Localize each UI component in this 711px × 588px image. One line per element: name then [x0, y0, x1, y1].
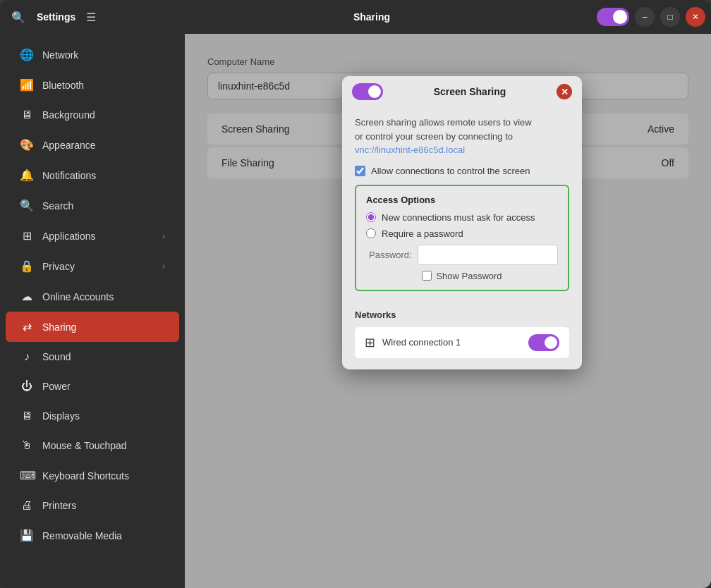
dialog-toggle[interactable]: [352, 83, 383, 100]
menu-button[interactable]: ☰: [78, 4, 104, 30]
sidebar-label-privacy: Privacy: [42, 261, 75, 272]
sidebar-label-applications: Applications: [42, 231, 96, 242]
show-password-label: Show Password: [436, 271, 502, 281]
sidebar-label-sharing: Sharing: [42, 321, 76, 333]
sidebar-label-network: Network: [42, 49, 78, 61]
radio-password-label: Require a password: [382, 228, 463, 239]
sidebar-label-power: Power: [42, 381, 71, 392]
dialog-close-button[interactable]: ✕: [557, 84, 572, 99]
sidebar-label-appearance: Appearance: [42, 140, 96, 151]
toggle-knob: [613, 10, 627, 24]
sidebar-item-power[interactable]: ⏻ Power: [6, 372, 179, 401]
sidebar-label-background: Background: [42, 109, 95, 121]
network-name: Wired connection 1: [382, 337, 521, 348]
sidebar-label-removable-media: Removable Media: [42, 530, 122, 541]
dialog-description: Screen sharing allows remote users to vi…: [355, 116, 569, 157]
panel-title: Sharing: [147, 11, 597, 23]
networks-section: Networks ⊞ Wired connection 1: [342, 310, 582, 369]
mouse-icon: 🖱: [20, 439, 34, 452]
password-row: Password:: [366, 245, 558, 265]
arrow-container: [579, 244, 582, 265]
sidebar-label-online-accounts: Online Accounts: [42, 291, 114, 302]
network-row: ⊞ Wired connection 1: [355, 327, 569, 358]
chevron-right-icon: ›: [162, 262, 165, 271]
sharing-global-toggle[interactable]: [597, 8, 629, 26]
sidebar-item-online-accounts[interactable]: ☁ Online Accounts: [6, 281, 179, 312]
main-window: 🔍 Settings ☰ Sharing – □ ✕ 🌐 Network 📶 B: [0, 0, 711, 588]
dialog-titlebar: Screen Sharing ✕: [342, 76, 582, 107]
privacy-icon: 🔒: [20, 259, 34, 273]
keyboard-icon: ⌨: [20, 469, 34, 482]
power-icon: ⏻: [20, 380, 34, 393]
network-toggle-knob: [545, 336, 557, 349]
close-button[interactable]: ✕: [686, 7, 705, 27]
search-icon: 🔍: [20, 199, 34, 212]
network-toggle[interactable]: [528, 334, 559, 351]
sidebar-label-keyboard-shortcuts: Keyboard Shortcuts: [42, 470, 129, 482]
sidebar-item-network[interactable]: 🌐 Network: [6, 39, 179, 70]
maximize-button[interactable]: □: [660, 7, 680, 27]
sidebar-item-keyboard-shortcuts[interactable]: ⌨ Keyboard Shortcuts: [6, 460, 179, 491]
bluetooth-icon: 📶: [20, 78, 34, 92]
sidebar-label-notifications: Notifications: [42, 170, 96, 181]
background-icon: 🖥: [20, 109, 34, 121]
allow-connections-row: Allow connections to control the screen: [355, 166, 569, 176]
dialog-toggle-knob: [368, 85, 381, 98]
sidebar-item-displays[interactable]: 🖥 Displays: [6, 401, 179, 431]
sidebar-item-appearance[interactable]: 🎨 Appearance: [6, 130, 179, 160]
wired-connection-icon: ⊞: [365, 335, 375, 350]
sidebar-item-mouse-touchpad[interactable]: 🖱 Mouse & Touchpad: [6, 431, 179, 460]
titlebar-left: 🔍 Settings ☰: [6, 4, 147, 30]
radio-password-row: Require a password: [366, 228, 558, 239]
sidebar-label-bluetooth: Bluetooth: [42, 80, 84, 91]
sidebar-item-applications[interactable]: ⊞ Applications ›: [6, 221, 179, 251]
search-icon[interactable]: 🔍: [6, 4, 31, 30]
show-password-checkbox[interactable]: [422, 271, 432, 281]
radio-ask[interactable]: [366, 212, 376, 222]
printers-icon: 🖨: [20, 499, 34, 512]
displays-icon: 🖥: [20, 410, 34, 422]
show-password-row: Show Password: [366, 271, 558, 281]
radio-ask-row: New connections must ask for access: [366, 212, 558, 223]
sidebar-label-sound: Sound: [42, 351, 71, 362]
sidebar: 🌐 Network 📶 Bluetooth 🖥 Background 🎨 App…: [0, 34, 185, 588]
password-label: Password:: [369, 250, 412, 260]
sidebar-item-sharing[interactable]: ⇄ Sharing: [6, 312, 179, 342]
chevron-right-icon: ›: [162, 231, 165, 241]
networks-title: Networks: [355, 310, 569, 320]
sidebar-label-displays: Displays: [42, 410, 80, 422]
sidebar-item-removable-media[interactable]: 💾 Removable Media: [6, 520, 179, 551]
removable-media-icon: 💾: [20, 529, 34, 542]
dialog-title: Screen Sharing: [390, 86, 549, 97]
main-layout: 🌐 Network 📶 Bluetooth 🖥 Background 🎨 App…: [0, 34, 711, 588]
radio-ask-label: New connections must ask for access: [382, 212, 535, 223]
sidebar-item-printers[interactable]: 🖨 Printers: [6, 491, 179, 520]
online-accounts-icon: ☁: [20, 290, 34, 303]
sidebar-item-sound[interactable]: ♪ Sound: [6, 342, 179, 372]
sidebar-item-bluetooth[interactable]: 📶 Bluetooth: [6, 70, 179, 100]
sidebar-item-privacy[interactable]: 🔒 Privacy ›: [6, 251, 179, 281]
vnc-link[interactable]: vnc://linuxhint-e86c5d.local: [355, 145, 465, 155]
network-icon: 🌐: [20, 48, 34, 61]
sidebar-label-printers: Printers: [42, 500, 76, 511]
app-title: Settings: [37, 11, 75, 23]
dialog-overlay: Screen Sharing ✕ Screen sharing allows r…: [185, 34, 711, 588]
dialog-body: Screen sharing allows remote users to vi…: [342, 107, 582, 310]
sidebar-item-search[interactable]: 🔍 Search: [6, 190, 179, 221]
allow-connections-checkbox[interactable]: [355, 166, 365, 176]
radio-password[interactable]: [366, 228, 376, 238]
sharing-icon: ⇄: [20, 320, 34, 333]
sidebar-item-notifications[interactable]: 🔔 Notifications: [6, 160, 179, 190]
green-arrow-icon: [579, 244, 582, 265]
sound-icon: ♪: [20, 350, 34, 363]
access-options-title: Access Options: [366, 195, 558, 205]
screen-sharing-dialog: Screen Sharing ✕ Screen sharing allows r…: [342, 76, 582, 369]
access-options-box: Access Options New connections must ask …: [355, 185, 569, 291]
minimize-button[interactable]: –: [635, 7, 655, 27]
titlebar-right: – □ ✕: [597, 7, 705, 27]
appearance-icon: 🎨: [20, 138, 34, 152]
applications-icon: ⊞: [20, 229, 34, 243]
password-input[interactable]: [418, 245, 558, 265]
content-area: Computer Name Screen Sharing Active File…: [185, 34, 711, 588]
sidebar-item-background[interactable]: 🖥 Background: [6, 100, 179, 130]
